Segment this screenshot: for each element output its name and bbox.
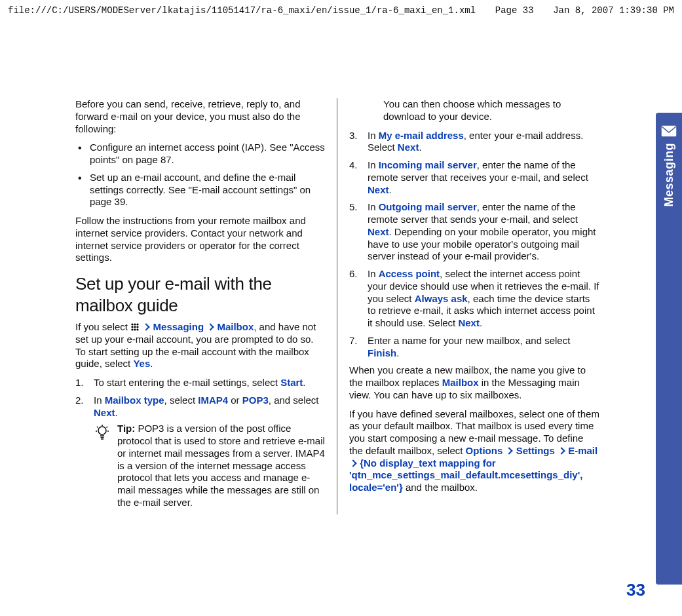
svg-point-9 xyxy=(137,328,139,330)
page-number: 33 xyxy=(626,580,645,600)
mailbox-type-link: Mailbox type xyxy=(105,395,164,406)
chevron-right-icon xyxy=(558,447,565,454)
prerequisite-list: Configure an internet access point (IAP)… xyxy=(75,142,325,208)
side-tab-label: Messaging xyxy=(662,143,676,207)
text: In xyxy=(368,201,379,212)
email-link: E-mail xyxy=(568,445,597,456)
svg-point-6 xyxy=(137,326,139,328)
options-link: Options xyxy=(466,445,503,456)
outgoing-server-link: Outgoing mail server xyxy=(379,201,477,212)
svg-point-8 xyxy=(134,328,136,330)
step-item: In Mailbox type, select IMAP4 or POP3, a… xyxy=(75,395,325,509)
text: In xyxy=(368,268,379,279)
settings-link: Settings xyxy=(516,445,555,456)
continuation-text: You can then choose which messages to do… xyxy=(349,98,599,123)
file-header: file:///C:/USERS/MODEServer/lkatajis/110… xyxy=(0,0,682,20)
svg-point-2 xyxy=(134,323,136,325)
list-item: Set up an e-mail account, and define the… xyxy=(75,172,325,208)
text: , select xyxy=(164,395,199,406)
always-ask-link: Always ask xyxy=(415,293,468,304)
follow-text: Follow the instructions from your remote… xyxy=(75,215,325,264)
text: , and select xyxy=(269,395,319,406)
page-indicator: Page 33 xyxy=(495,5,534,16)
text: In xyxy=(94,395,105,406)
mailbox-link: Mailbox xyxy=(217,321,254,332)
text: POP3 is a version of the post office pro… xyxy=(117,423,325,508)
imap4-link: IMAP4 xyxy=(198,395,228,406)
file-path: file:///C:/USERS/MODEServer/lkatajis/110… xyxy=(8,5,476,16)
step-item: In My e-mail address, enter your e-mail … xyxy=(349,130,599,155)
envelope-icon xyxy=(660,125,677,138)
tip-label: Tip: xyxy=(117,423,135,434)
step-list-continued: In My e-mail address, enter your e-mail … xyxy=(349,130,599,360)
after-text-2: If you have defined several mailboxes, s… xyxy=(349,408,599,494)
text: In xyxy=(368,130,379,141)
svg-point-1 xyxy=(132,323,134,325)
tip-block: Tip: POP3 is a version of the post offic… xyxy=(94,423,325,509)
chevron-right-icon xyxy=(143,323,150,330)
step-item: Enter a name for your new mailbox, and s… xyxy=(349,335,599,360)
finish-link: Finish xyxy=(368,347,396,358)
next-link: Next xyxy=(368,184,389,195)
pop3-link: POP3 xyxy=(242,395,269,406)
next-link: Next xyxy=(398,142,419,153)
email-address-link: My e-mail address xyxy=(379,130,464,141)
timestamp: Jan 8, 2007 1:39:30 PM xyxy=(553,5,674,16)
tip-lightbulb-icon xyxy=(94,423,111,509)
step-item: To start entering the e-mail settings, s… xyxy=(75,377,325,389)
text: In xyxy=(368,159,379,170)
intro-text: Before you can send, receive, retrieve, … xyxy=(75,98,325,135)
start-link: Start xyxy=(280,377,303,388)
mailbox-link: Mailbox xyxy=(442,377,479,388)
incoming-server-link: Incoming mail server xyxy=(379,159,477,170)
section-title: Set up your e-mail with the mailbox guid… xyxy=(75,273,325,316)
guide-intro: If you select Messaging Mailbox, and hav… xyxy=(75,321,325,370)
left-column: Before you can send, receive, retrieve, … xyxy=(75,98,337,514)
step-item: In Incoming mail server, enter the name … xyxy=(349,159,599,196)
svg-point-4 xyxy=(132,326,134,328)
text: If you select xyxy=(75,321,130,332)
page-content: Before you can send, receive, retrieve, … xyxy=(75,98,652,583)
svg-point-3 xyxy=(137,323,139,325)
access-point-link: Access point xyxy=(379,268,440,279)
text: and the mailbox. xyxy=(403,482,478,493)
svg-point-7 xyxy=(132,328,134,330)
chevron-right-icon xyxy=(349,459,356,467)
tip-text: Tip: POP3 is a version of the post offic… xyxy=(117,423,325,509)
next-link: Next xyxy=(368,226,389,237)
text: or xyxy=(228,395,242,406)
step-item: In Outgoing mail server, enter the name … xyxy=(349,201,599,263)
svg-point-10 xyxy=(98,427,106,434)
text: . Depending on your mobile operator, you… xyxy=(368,226,596,262)
next-link: Next xyxy=(458,317,480,328)
after-text-1: When you create a new mailbox, the name … xyxy=(349,364,599,401)
chevron-right-icon xyxy=(506,447,513,454)
chevron-right-icon xyxy=(207,323,214,330)
side-tab: Messaging xyxy=(656,113,682,585)
messaging-link: Messaging xyxy=(153,321,204,332)
step-list: To start entering the e-mail settings, s… xyxy=(75,377,325,509)
yes-link: Yes xyxy=(133,358,150,369)
text: To start entering the e-mail settings, s… xyxy=(94,377,280,388)
step-item: In Access point, select the internet acc… xyxy=(349,268,599,330)
text: Enter a name for your new mailbox, and s… xyxy=(368,335,570,346)
list-item: Configure an internet access point (IAP)… xyxy=(75,142,325,166)
svg-point-5 xyxy=(134,326,136,328)
right-column: You can then choose which messages to do… xyxy=(337,98,599,514)
next-link: Next xyxy=(94,407,115,418)
svg-rect-0 xyxy=(661,125,677,137)
menu-grid-icon xyxy=(130,321,140,332)
